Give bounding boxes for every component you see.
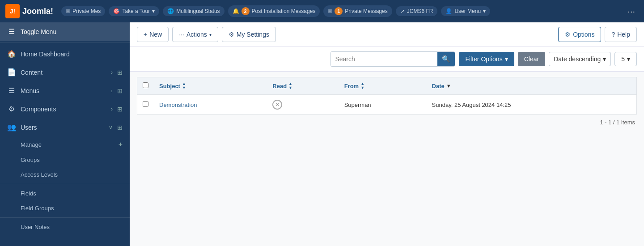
sidebar-item-components[interactable]: ⚙ Components › ⊞ [0, 100, 130, 118]
users-icon: 👥 [7, 123, 16, 131]
components-grid-icon: ⊞ [117, 106, 123, 113]
nav-title-text: Private Mes [72, 8, 101, 14]
th-read[interactable]: Read ▲▼ [267, 77, 339, 95]
search-bar: 🔍 Filter Options ▾ Clear Date descending… [130, 47, 644, 72]
caret-icon: ▾ [209, 32, 212, 37]
sidebar-item-menus[interactable]: ☰ Menus › ⊞ [0, 81, 130, 100]
main-layout: ☰ Toggle Menu 🏠 Home Dashboard 📄 Content… [0, 22, 644, 246]
my-settings-button[interactable]: ⚙ My Settings [222, 27, 276, 42]
plus-icon: + [119, 140, 123, 148]
sidebar-sub-access-levels[interactable]: Access Levels [0, 167, 130, 182]
help-icon: ? [611, 31, 615, 38]
home-icon: 🏠 [7, 50, 16, 58]
sidebar-divider-3 [0, 217, 130, 218]
menus-grid-icon: ⊞ [117, 87, 123, 94]
sort-down-icon: ▼ [446, 83, 451, 89]
private-msg-count: 1 [335, 7, 343, 15]
read-status-icon[interactable]: ✕ [272, 100, 282, 110]
logo-icon: J! [5, 4, 20, 18]
clear-button[interactable]: Clear [518, 52, 545, 66]
th-checkbox [137, 77, 154, 95]
sidebar-divider-2 [0, 184, 130, 184]
row-checkbox-cell [137, 95, 154, 115]
content-label: Content [21, 69, 106, 76]
top-nav: J! Joomla! ✉ Private Mes 🎯 Take a Tour ▾… [0, 0, 644, 22]
count-select[interactable]: 5 ▾ [614, 52, 637, 66]
sidebar-toggle-menu[interactable]: ☰ Toggle Menu [0, 22, 130, 41]
private-messages-pill[interactable]: ✉ 1 Private Messages [323, 5, 392, 17]
gear-icon: ⚙ [229, 31, 234, 38]
th-from[interactable]: From ▲▼ [339, 77, 427, 95]
help-button[interactable]: ? Help [605, 27, 637, 42]
field-groups-label: Field Groups [21, 205, 54, 212]
users-label: Users [21, 124, 104, 131]
toggle-icon: ☰ [7, 27, 16, 36]
search-input[interactable] [330, 52, 437, 66]
message-icon: ✉ [328, 8, 332, 14]
toggle-menu-label: Toggle Menu [21, 28, 123, 35]
menus-icon: ☰ [7, 86, 16, 95]
options-button[interactable]: ⚙ Options [558, 27, 601, 42]
sidebar-sub-groups[interactable]: Groups [0, 153, 130, 167]
sidebar-item-users[interactable]: 👥 Users ∨ ⊞ [0, 118, 130, 136]
sidebar-divider-1 [0, 42, 130, 43]
multilingual-icon: 🌐 [167, 8, 174, 14]
search-input-wrap: 🔍 [330, 51, 455, 67]
table-row: Demonstration ✕ Superman Sunday, 25 Augu… [137, 95, 637, 115]
sidebar: ☰ Toggle Menu 🏠 Home Dashboard 📄 Content… [0, 22, 130, 246]
chevron-down-icon: ∨ [109, 124, 113, 131]
content-icon: 📄 [7, 68, 16, 76]
external-link-icon: ↗ [400, 8, 405, 14]
chevron-right-icon: › [111, 88, 113, 94]
chevron-right-icon: › [111, 106, 113, 112]
fields-label: Fields [21, 190, 36, 197]
select-all-checkbox[interactable] [143, 82, 148, 88]
multilingual-status-pill[interactable]: 🌐 Multilingual Status [163, 6, 224, 16]
sort-select[interactable]: Date descending ▾ [549, 52, 611, 66]
user-menu-pill[interactable]: 👤 User Menu ▾ [441, 6, 490, 16]
sort-arrows-from: ▲▼ [360, 82, 364, 90]
new-button[interactable]: + New [137, 27, 169, 42]
user-notes-label: User Notes [21, 224, 50, 230]
menus-label: Menus [21, 87, 106, 94]
sidebar-sub-field-groups[interactable]: Field Groups [0, 201, 130, 216]
table-wrap: Subject ▲▼ Read ▲▼ From [130, 72, 644, 246]
sort-arrows-subject: ▲▼ [182, 82, 186, 90]
actions-button[interactable]: ··· Actions ▾ [172, 27, 218, 42]
chevron-down-icon: ▾ [483, 8, 486, 14]
sidebar-sub-fields[interactable]: Fields [0, 186, 130, 201]
groups-label: Groups [21, 157, 40, 163]
sidebar-item-home-dashboard[interactable]: 🏠 Home Dashboard [0, 45, 130, 63]
search-button[interactable]: 🔍 [437, 52, 455, 66]
plus-icon: + [144, 31, 147, 38]
th-date[interactable]: Date ▼ [427, 77, 637, 95]
logo[interactable]: J! Joomla! [5, 4, 53, 18]
sort-caret-icon: ▾ [603, 55, 606, 63]
subject-link[interactable]: Demonstration [159, 102, 197, 108]
users-grid-icon: ⊞ [117, 124, 123, 131]
chevron-down-icon: ▾ [152, 8, 155, 14]
post-install-count: 2 [242, 7, 250, 15]
row-checkbox[interactable] [143, 101, 148, 107]
from-cell: Superman [339, 95, 427, 115]
date-cell: Sunday, 25 August 2024 14:25 [427, 95, 637, 115]
sidebar-item-content[interactable]: 📄 Content › ⊞ [0, 63, 130, 81]
content-grid-icon: ⊞ [117, 69, 123, 76]
more-options-button[interactable]: ··· [624, 4, 639, 18]
th-subject[interactable]: Subject ▲▼ [154, 77, 267, 95]
subject-cell: Demonstration [154, 95, 267, 115]
components-label: Components [21, 106, 106, 113]
user-icon: 👤 [445, 8, 452, 14]
jcms6-fr-pill[interactable]: ↗ JCMS6 FR [396, 6, 438, 16]
filter-caret-icon: ▾ [505, 55, 508, 63]
post-installation-messages-pill[interactable]: 🔔 2 Post Installation Messages [228, 5, 320, 17]
chevron-right-icon: › [111, 69, 113, 76]
tour-icon: 🎯 [113, 8, 120, 14]
pagination-info: 1 - 1 / 1 items [137, 115, 637, 130]
bell-icon: 🔔 [233, 8, 239, 14]
take-a-tour-pill[interactable]: 🎯 Take a Tour ▾ [109, 6, 159, 16]
sidebar-sub-user-notes[interactable]: User Notes [0, 220, 130, 234]
filter-options-button[interactable]: Filter Options ▾ [459, 52, 514, 66]
envelope-icon: ✉ [66, 8, 70, 14]
sidebar-sub-manage[interactable]: Manage + [0, 136, 130, 153]
